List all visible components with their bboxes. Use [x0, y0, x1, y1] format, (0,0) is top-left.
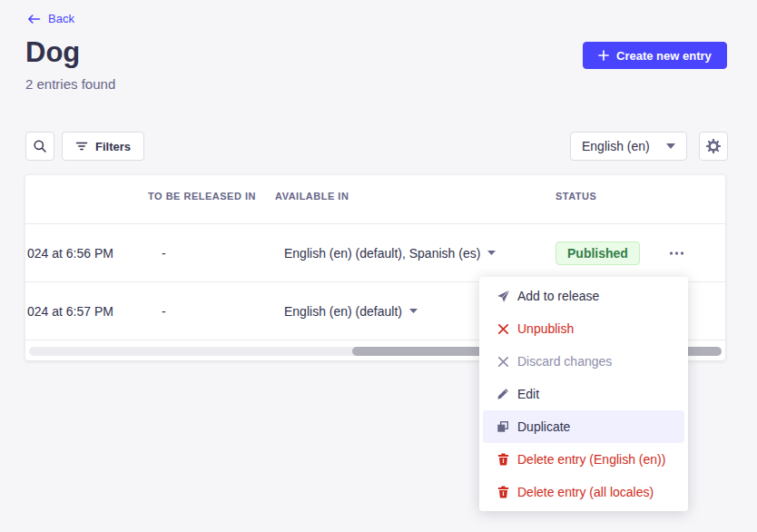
status-badge: Published	[555, 241, 640, 265]
chevron-down-icon	[409, 309, 418, 313]
settings-button[interactable]	[699, 132, 728, 161]
menu-item-edit[interactable]: Edit	[483, 378, 684, 410]
menu-item-delete-entry-locale[interactable]: Delete entry (English (en))	[483, 443, 684, 476]
menu-item-label: Add to release	[517, 289, 599, 303]
gear-icon	[706, 139, 721, 153]
trash-icon	[496, 452, 510, 467]
menu-item-discard-changes[interactable]: Discard changes	[483, 345, 684, 378]
column-header-available-in[interactable]: AVAILABLE IN	[275, 191, 349, 202]
row-actions-menu: Add to release Unpublish Discard changes…	[479, 277, 688, 511]
table-header-row: TO BE RELEASED IN AVAILABLE IN STATUS	[25, 175, 725, 224]
more-options-button[interactable]	[666, 248, 687, 258]
menu-item-label: Delete entry (English (en))	[517, 452, 665, 467]
back-label: Back	[48, 12, 74, 25]
pencil-icon	[496, 387, 510, 401]
chevron-down-icon	[487, 251, 496, 255]
menu-item-unpublish[interactable]: Unpublish	[483, 312, 684, 345]
filters-button[interactable]: Filters	[62, 132, 144, 161]
menu-item-label: Unpublish	[517, 321, 574, 336]
cell-to-be-released-in: -	[162, 246, 166, 261]
filters-label: Filters	[95, 140, 131, 153]
paper-plane-icon	[496, 289, 510, 303]
locale-select[interactable]: English (en)	[570, 132, 687, 161]
menu-item-label: Discard changes	[517, 354, 612, 369]
trash-icon	[496, 485, 510, 499]
arrow-left-icon	[27, 14, 41, 25]
duplicate-icon	[496, 419, 510, 434]
page-title: Dog	[25, 36, 80, 69]
cross-icon	[496, 354, 510, 369]
back-link[interactable]: Back	[27, 12, 74, 25]
cell-to-be-released-in: -	[162, 304, 166, 319]
column-header-to-be-released-in[interactable]: TO BE RELEASED IN	[148, 191, 256, 202]
search-icon	[33, 139, 47, 153]
entries-count: 2 entries found	[25, 76, 115, 92]
menu-item-delete-entry-all-locales[interactable]: Delete entry (all locales)	[483, 476, 684, 508]
plus-icon	[598, 50, 609, 61]
menu-item-label: Edit	[517, 387, 539, 401]
menu-item-label: Duplicate	[517, 419, 570, 434]
menu-item-label: Delete entry (all locales)	[517, 485, 654, 499]
column-header-status[interactable]: STATUS	[555, 191, 596, 202]
menu-item-add-to-release[interactable]: Add to release	[483, 280, 684, 312]
cell-available-in[interactable]: English (en) (default)	[284, 304, 418, 319]
available-locales-text: English (en) (default), Spanish (es)	[284, 246, 480, 261]
locale-select-value: English (en)	[582, 139, 650, 153]
cell-available-in[interactable]: English (en) (default), Spanish (es)	[284, 246, 496, 261]
cell-updated-at: 024 at 6:57 PM	[27, 304, 113, 319]
create-new-entry-button[interactable]: Create new entry	[583, 42, 727, 69]
table-row[interactable]: 024 at 6:56 PM - English (en) (default),…	[25, 224, 725, 282]
cell-updated-at: 024 at 6:56 PM	[27, 246, 113, 261]
available-locales-text: English (en) (default)	[284, 304, 402, 319]
chevron-down-icon	[666, 143, 675, 149]
create-new-entry-label: Create new entry	[616, 49, 712, 63]
search-button[interactable]	[25, 132, 54, 161]
cross-icon	[496, 321, 510, 336]
filter-icon	[75, 141, 88, 152]
menu-item-duplicate[interactable]: Duplicate	[483, 410, 684, 443]
